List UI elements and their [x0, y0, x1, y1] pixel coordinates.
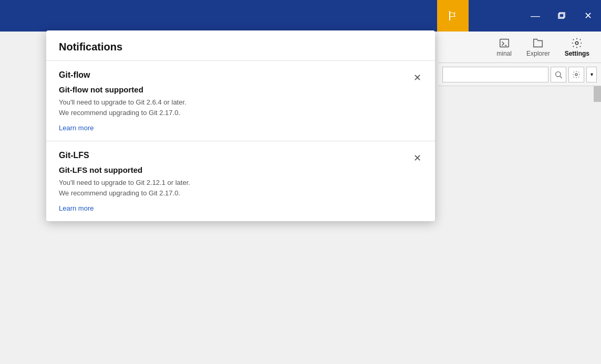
terminal-tab[interactable]: minal: [489, 34, 519, 60]
svg-rect-2: [500, 39, 509, 47]
close-button[interactable]: ✕: [575, 0, 601, 32]
git-lfs-body: You'll need to upgrade to Git 2.12.1 or …: [59, 178, 422, 198]
explorer-label: Explorer: [526, 50, 550, 57]
titlebar: — ✕: [0, 0, 601, 32]
gear-filter-button[interactable]: [568, 67, 584, 82]
git-flow-section: Git-flow ✕ Git-flow not supported You'll…: [46, 61, 435, 141]
restore-icon: [557, 12, 566, 20]
git-flow-close-button[interactable]: ✕: [410, 70, 424, 85]
git-flow-error-title: Git-flow not supported: [59, 85, 422, 94]
flag-button[interactable]: [437, 0, 469, 32]
svg-point-5: [556, 71, 561, 76]
settings-label: Settings: [565, 50, 589, 57]
chevron-down-button[interactable]: ▾: [586, 67, 597, 82]
git-lfs-close-button[interactable]: ✕: [410, 151, 424, 165]
gear-filter-icon: [572, 70, 581, 79]
search-button[interactable]: [551, 67, 566, 82]
git-lfs-error-title: Git-LFS not supported: [59, 165, 422, 174]
git-flow-body: You'll need to upgrade to Git 2.6.4 or l…: [59, 97, 422, 118]
git-flow-section-title: Git-flow: [59, 70, 422, 80]
svg-point-7: [575, 74, 577, 76]
git-lfs-close-icon: ✕: [413, 152, 421, 164]
minimize-button[interactable]: —: [522, 0, 548, 32]
svg-line-6: [560, 76, 562, 78]
panel-title: Notifications: [59, 41, 422, 53]
restore-button[interactable]: [548, 0, 575, 32]
scrollbar-thumb[interactable]: [594, 86, 601, 102]
close-icon: ✕: [584, 10, 592, 22]
terminal-icon: [499, 37, 510, 49]
git-lfs-section: Git-LFS ✕ Git-LFS not supported You'll n…: [46, 141, 435, 221]
settings-tab[interactable]: Settings: [557, 34, 597, 60]
secondary-toolbar: minal Explorer Settings: [438, 32, 601, 63]
scrollbar[interactable]: [594, 86, 601, 364]
panel-header: Notifications: [46, 30, 435, 61]
explorer-tab[interactable]: Explorer: [519, 34, 557, 60]
settings-icon: [571, 37, 583, 49]
search-area: ▾: [438, 63, 601, 86]
notification-panel: Notifications Git-flow ✕ Git-flow not su…: [46, 30, 435, 221]
search-input[interactable]: [442, 67, 548, 82]
titlebar-controls: — ✕: [522, 0, 601, 32]
chevron-down-icon: ▾: [590, 71, 593, 77]
search-icon: [554, 70, 563, 79]
git-lfs-learn-more-link[interactable]: Learn more: [59, 204, 94, 212]
git-flow-learn-more-link[interactable]: Learn more: [59, 124, 94, 132]
terminal-label: minal: [496, 50, 512, 57]
git-flow-close-icon: ✕: [413, 72, 421, 84]
git-lfs-section-title: Git-LFS: [59, 151, 422, 160]
svg-point-4: [576, 41, 579, 45]
explorer-icon: [532, 37, 544, 49]
minimize-icon: —: [531, 11, 540, 22]
flag-icon: [447, 9, 459, 22]
